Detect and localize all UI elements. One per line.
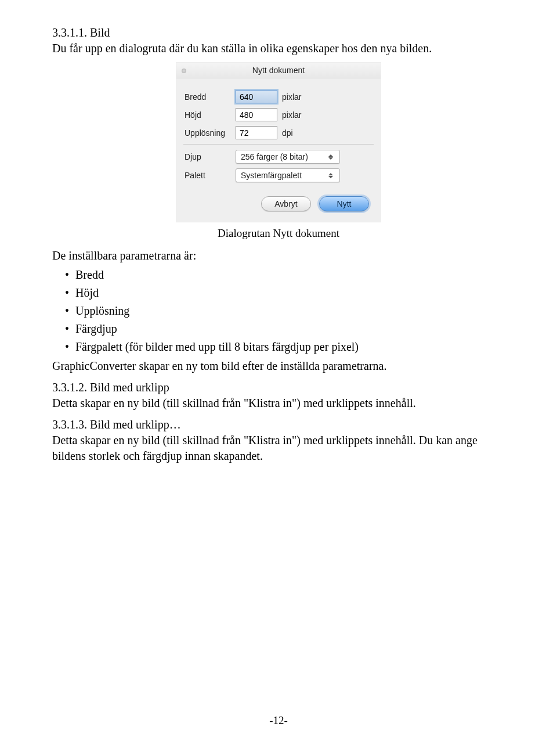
palette-select[interactable]: Systemfärgpalett: [236, 168, 340, 182]
height-unit: pixlar: [282, 110, 301, 120]
params-intro: De inställbara parametrarna är:: [52, 248, 505, 264]
section-body-2: Detta skapar en ny bild (till skillnad f…: [52, 395, 505, 411]
updown-arrows-icon: [327, 170, 335, 181]
after-bullets-text: GraphicConverter skapar en ny tom bild e…: [52, 358, 505, 374]
params-list: Bredd Höjd Upplösning Färgdjup Färgpalet…: [65, 267, 505, 355]
dialog-titlebar: Nytt dokument: [176, 63, 381, 78]
depth-select[interactable]: 256 färger (8 bitar): [236, 150, 340, 164]
list-item: Färgpalett (för bilder med upp till 8 bi…: [65, 339, 505, 355]
ok-button[interactable]: Nytt: [319, 196, 369, 211]
list-item: Upplösning: [65, 303, 505, 319]
cancel-button[interactable]: Avbryt: [261, 196, 311, 211]
section-heading-2: 3.3.1.2. Bild med urklipp: [52, 381, 505, 394]
new-document-dialog: Nytt dokument Bredd pixlar Höjd pixlar U…: [176, 62, 381, 222]
resolution-unit: dpi: [282, 128, 293, 138]
width-input[interactable]: [236, 90, 277, 103]
palette-select-value: Systemfärgpalett: [241, 171, 302, 180]
list-item: Höjd: [65, 285, 505, 301]
window-close-indicator: [182, 69, 186, 73]
updown-arrows-icon: [327, 151, 335, 163]
resolution-label: Upplösning: [183, 128, 236, 138]
palette-label: Palett: [183, 171, 236, 180]
dialog-title: Nytt dokument: [252, 66, 305, 75]
list-item: Bredd: [65, 267, 505, 283]
section-heading-1: 3.3.1.1. Bild: [52, 26, 505, 39]
height-input[interactable]: [236, 108, 277, 121]
section-body-3: Detta skapar en ny bild (till skillnad f…: [52, 433, 505, 464]
depth-label: Djup: [183, 152, 236, 161]
figure-caption: Dialogrutan Nytt dokument: [52, 227, 505, 240]
height-label: Höjd: [183, 110, 236, 120]
resolution-input[interactable]: [236, 126, 277, 139]
section-body-1: Du får upp en dialogruta där du kan stäl…: [52, 41, 505, 56]
section-heading-3: 3.3.1.3. Bild med urklipp…: [52, 418, 505, 431]
divider: [183, 144, 374, 145]
width-label: Bredd: [183, 92, 236, 102]
depth-select-value: 256 färger (8 bitar): [241, 152, 308, 161]
list-item: Färgdjup: [65, 321, 505, 337]
page-number: -12-: [0, 714, 557, 727]
width-unit: pixlar: [282, 92, 301, 102]
